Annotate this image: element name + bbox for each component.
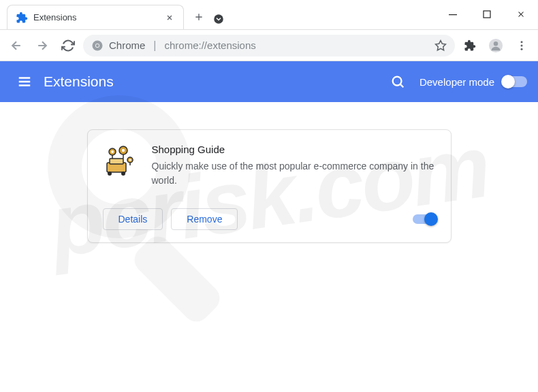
- minimize-button[interactable]: [436, 0, 470, 29]
- new-tab-button[interactable]: [189, 7, 208, 27]
- page-title: Extensions: [44, 74, 114, 90]
- search-icon[interactable]: [384, 68, 411, 95]
- svg-point-12: [393, 77, 402, 86]
- toggle-knob: [501, 75, 515, 88]
- svg-rect-2: [484, 11, 490, 18]
- extension-card: Shopping Guide Quickly make use of the m…: [87, 129, 452, 243]
- reload-button[interactable]: [57, 35, 79, 56]
- browser-titlebar: Extensions: [0, 0, 538, 30]
- hamburger-menu-icon[interactable]: [11, 68, 38, 95]
- close-tab-icon[interactable]: [164, 12, 175, 23]
- extension-icon: [103, 144, 136, 176]
- browser-tab[interactable]: Extensions: [7, 5, 184, 29]
- menu-dots-icon[interactable]: [511, 35, 533, 56]
- puzzle-icon: [16, 12, 28, 24]
- back-button[interactable]: [5, 35, 27, 56]
- chrome-icon: [91, 39, 104, 52]
- forward-button[interactable]: [31, 35, 53, 56]
- developer-mode-toggle[interactable]: [503, 76, 527, 87]
- extension-description: Quickly make use of the most popular e-c…: [152, 159, 436, 188]
- svg-point-10: [521, 44, 523, 46]
- svg-point-11: [521, 48, 523, 50]
- svg-point-21: [108, 172, 112, 176]
- extension-name: Shopping Guide: [152, 144, 436, 155]
- browser-toolbar: Chrome | chrome://extensions: [0, 30, 538, 61]
- profile-icon[interactable]: [485, 35, 507, 56]
- url-divider: |: [151, 39, 159, 52]
- svg-rect-1: [449, 14, 457, 15]
- svg-point-0: [214, 14, 223, 24]
- extension-enable-toggle[interactable]: [413, 214, 436, 224]
- close-window-button[interactable]: [504, 0, 538, 29]
- svg-rect-14: [110, 159, 123, 164]
- svg-point-20: [129, 159, 131, 161]
- address-bar[interactable]: Chrome | chrome://extensions: [83, 35, 455, 56]
- details-button[interactable]: Details: [103, 208, 163, 230]
- remove-button[interactable]: Remove: [171, 208, 238, 230]
- svg-point-9: [521, 41, 523, 43]
- developer-mode-label: Developer mode: [420, 76, 494, 88]
- extensions-icon[interactable]: [459, 35, 481, 56]
- tab-search-icon[interactable]: [208, 13, 229, 25]
- tab-title: Extensions: [33, 12, 164, 22]
- svg-point-16: [111, 150, 114, 153]
- extensions-content: Shopping Guide Quickly make use of the m…: [0, 102, 538, 270]
- svg-point-8: [494, 42, 498, 46]
- url-prefix: Chrome: [109, 39, 145, 51]
- bookmark-star-icon[interactable]: [434, 39, 447, 52]
- extensions-header: Extensions Developer mode: [0, 61, 538, 102]
- maximize-button[interactable]: [470, 0, 504, 29]
- svg-point-18: [121, 149, 124, 152]
- svg-point-5: [96, 44, 99, 47]
- toggle-knob: [424, 212, 438, 226]
- window-controls: [436, 0, 538, 29]
- url-text: chrome://extensions: [165, 39, 256, 51]
- svg-marker-6: [436, 40, 446, 50]
- svg-point-22: [121, 172, 125, 176]
